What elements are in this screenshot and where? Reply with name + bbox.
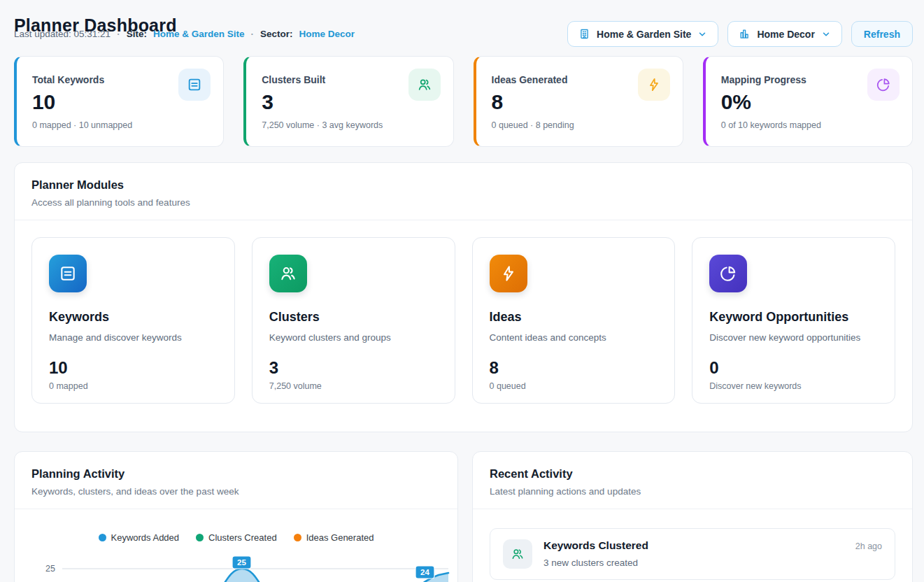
building-icon: [578, 28, 590, 40]
module-card-keywords[interactable]: Keywords Manage and discover keywords 10…: [31, 237, 235, 404]
svg-text:24: 24: [420, 568, 429, 576]
stat-card-total-keywords: Total Keywords 10 0 mapped · 10 unmapped: [14, 56, 224, 147]
pie-chart-icon: [867, 69, 900, 101]
stats-row: Total Keywords 10 0 mapped · 10 unmapped…: [14, 56, 913, 147]
meta-separator: ·: [117, 29, 120, 39]
sector-selector-dropdown[interactable]: Home Decor: [727, 21, 841, 47]
activity-item-timestamp: 2h ago: [855, 541, 882, 551]
module-title: Keywords: [49, 310, 218, 325]
legend-label: Ideas Generated: [306, 532, 374, 543]
activity-item-body: Keywords Clustered 2h ago 3 new clusters…: [543, 539, 882, 569]
legend-item-clusters-created[interactable]: Clusters Created: [196, 532, 277, 543]
module-title: Keyword Opportunities: [709, 310, 878, 325]
recent-activity-title: Recent Activity: [490, 467, 895, 481]
modules-panel-title: Planner Modules: [31, 178, 895, 192]
data-label-badge-25: 25: [232, 556, 251, 569]
legend-label: Keywords Added: [111, 532, 180, 543]
header-controls: Home & Garden Site Home Decor Refresh: [567, 21, 913, 47]
data-label-badge-24: 24: [415, 566, 434, 579]
legend-item-keywords-added[interactable]: Keywords Added: [99, 532, 180, 543]
document-icon: [49, 255, 87, 292]
module-description: Content ideas and concepts: [490, 332, 658, 343]
module-value: 8: [490, 358, 658, 378]
lightning-icon: [638, 69, 670, 101]
users-icon: [503, 539, 532, 569]
stat-card-clusters-built: Clusters Built 3 7,250 volume · 3 avg ke…: [243, 56, 453, 147]
chevron-down-icon: [697, 29, 707, 39]
chart-legend: Keywords Added Clusters Created Ideas Ge…: [15, 532, 457, 543]
stat-subtext: 0 queued · 8 pending: [492, 120, 667, 130]
legend-dot-icon: [196, 534, 204, 541]
bar-chart-icon: [739, 28, 751, 40]
module-title: Ideas: [490, 310, 658, 325]
bottom-row: Planning Activity Keywords, clusters, an…: [14, 451, 913, 582]
module-subtext: 7,250 volume: [269, 381, 438, 391]
site-link[interactable]: Home & Garden Site: [153, 29, 245, 39]
users-icon: [269, 255, 307, 292]
modules-grid: Keywords Manage and discover keywords 10…: [15, 220, 912, 420]
document-icon: [178, 69, 211, 101]
activity-item-keywords-clustered: Keywords Clustered 2h ago 3 new clusters…: [490, 528, 895, 580]
planner-dashboard-page: Planner Dashboard Last updated: 05:31:21…: [0, 0, 924, 582]
y-axis-tick-label: 25: [45, 564, 55, 574]
legend-item-ideas-generated[interactable]: Ideas Generated: [294, 532, 374, 543]
sector-selector-label: Home Decor: [757, 29, 814, 40]
site-selector-label: Home & Garden Site: [597, 29, 691, 40]
sector-label: Sector:: [260, 29, 293, 39]
header-meta: Last updated: 05:31:21 · Site: Home & Ga…: [14, 29, 355, 39]
planner-modules-panel: Planner Modules Access all planning tool…: [14, 162, 913, 432]
lightning-icon: [490, 255, 527, 292]
pie-chart-icon: [709, 255, 747, 292]
module-card-ideas[interactable]: Ideas Content ideas and concepts 8 0 que…: [472, 237, 676, 404]
planning-activity-subtitle: Keywords, clusters, and ideas over the p…: [31, 486, 441, 497]
planning-activity-panel: Planning Activity Keywords, clusters, an…: [14, 451, 458, 582]
users-icon: [408, 69, 441, 101]
module-subtext: Discover new keywords: [709, 381, 878, 391]
sector-link[interactable]: Home Decor: [299, 29, 355, 39]
svg-text:25: 25: [237, 558, 246, 567]
module-card-keyword-opportunities[interactable]: Keyword Opportunities Discover new keywo…: [692, 237, 895, 404]
site-label: Site:: [127, 29, 147, 39]
module-subtext: 0 mapped: [49, 381, 218, 391]
module-subtext: 0 queued: [490, 381, 658, 391]
stat-subtext: 0 of 10 keywords mapped: [721, 120, 897, 130]
legend-dot-icon: [294, 534, 301, 541]
stat-subtext: 7,250 volume · 3 avg keywords: [262, 120, 437, 130]
legend-label: Clusters Created: [208, 532, 277, 543]
module-value: 3: [269, 358, 438, 378]
stat-card-ideas-generated: Ideas Generated 8 0 queued · 8 pending: [474, 56, 683, 147]
planning-activity-chart: 25 25 24: [15, 548, 458, 582]
site-selector-dropdown[interactable]: Home & Garden Site: [567, 21, 718, 47]
recent-activity-panel: Recent Activity Latest planning actions …: [472, 451, 913, 582]
meta-separator: ·: [250, 29, 254, 39]
recent-activity-subtitle: Latest planning actions and updates: [490, 486, 895, 497]
module-description: Discover new keyword opportunities: [709, 332, 878, 343]
activity-item-description: 3 new clusters created: [543, 558, 882, 568]
stat-subtext: 0 mapped · 10 unmapped: [32, 120, 208, 130]
recent-activity-header: Recent Activity Latest planning actions …: [473, 452, 912, 509]
module-description: Manage and discover keywords: [49, 332, 218, 343]
activity-item-title: Keywords Clustered: [543, 539, 648, 552]
planning-activity-title: Planning Activity: [31, 467, 441, 481]
modules-panel-header: Planner Modules Access all planning tool…: [15, 163, 912, 220]
module-title: Clusters: [269, 310, 438, 325]
legend-dot-icon: [99, 534, 106, 541]
last-updated-text: Last updated: 05:31:21: [14, 29, 111, 39]
chevron-down-icon: [821, 29, 831, 39]
refresh-button[interactable]: Refresh: [851, 21, 913, 47]
planning-activity-header: Planning Activity Keywords, clusters, an…: [15, 452, 457, 509]
module-description: Keyword clusters and groups: [269, 332, 438, 343]
stat-card-mapping-progress: Mapping Progress 0% 0 of 10 keywords map…: [703, 56, 913, 147]
modules-panel-subtitle: Access all planning tools and features: [31, 197, 895, 208]
module-value: 0: [709, 358, 878, 378]
module-value: 10: [49, 358, 218, 378]
module-card-clusters[interactable]: Clusters Keyword clusters and groups 3 7…: [252, 237, 455, 404]
